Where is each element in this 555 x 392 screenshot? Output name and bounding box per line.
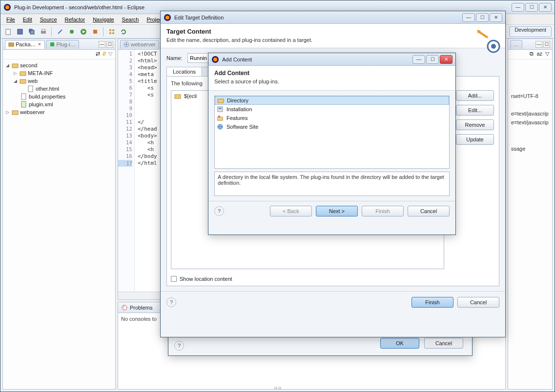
svg-line-8 bbox=[58, 30, 62, 34]
dialog-heading: Target Content bbox=[166, 28, 499, 35]
svg-rect-17 bbox=[9, 43, 14, 46]
editor-tab-webserver[interactable]: webserver bbox=[120, 40, 159, 49]
menu-icon[interactable]: ▽ bbox=[108, 51, 112, 58]
tree-plugin-xml[interactable]: plugin.xml bbox=[5, 100, 113, 108]
cancel-button[interactable]: Cancel bbox=[408, 206, 450, 216]
help-icon[interactable]: ? bbox=[214, 206, 224, 216]
perspective-button[interactable]: Development bbox=[509, 26, 552, 37]
refresh-icon[interactable] bbox=[119, 27, 128, 37]
update-button[interactable]: Update bbox=[456, 134, 494, 145]
wizard-subheading: Select a source of plug-ins. bbox=[214, 78, 450, 84]
dialog-maximize-button[interactable]: ☐ bbox=[426, 55, 439, 64]
editor-tab-label: webserver bbox=[131, 41, 156, 47]
extrun-icon[interactable] bbox=[90, 27, 100, 37]
minimize-view-button[interactable]: — bbox=[99, 41, 105, 48]
option-directory[interactable]: Directory bbox=[215, 96, 449, 105]
collapse-icon[interactable]: ⇄ bbox=[96, 51, 100, 58]
svg-point-1 bbox=[5, 5, 9, 9]
eclipse-icon bbox=[164, 14, 171, 21]
dialog-close-button[interactable]: ✕ bbox=[440, 55, 452, 64]
edit-button[interactable]: Edit... bbox=[456, 105, 494, 116]
outline-text: e=text/javascrip bbox=[511, 109, 549, 118]
menu-icon[interactable]: ▽ bbox=[545, 51, 549, 58]
svg-rect-40 bbox=[219, 108, 222, 109]
svg-rect-12 bbox=[93, 30, 97, 34]
maximize-button[interactable]: ☐ bbox=[525, 3, 538, 12]
close-icon[interactable]: ✕ bbox=[38, 42, 41, 47]
menu-source[interactable]: Source bbox=[37, 16, 60, 23]
tree-project-second[interactable]: ◢second bbox=[5, 61, 113, 69]
tree-label: web bbox=[28, 78, 38, 84]
ok-button[interactable]: OK bbox=[380, 338, 419, 349]
plugins-tab[interactable]: Plug-i… bbox=[46, 40, 79, 49]
save-icon[interactable] bbox=[15, 27, 25, 37]
dialog-minimize-button[interactable]: — bbox=[412, 55, 425, 64]
debug-icon[interactable] bbox=[67, 27, 77, 37]
menu-file[interactable]: File bbox=[3, 16, 18, 23]
finish-button[interactable]: Finish bbox=[411, 297, 453, 308]
option-label: Directory bbox=[227, 98, 248, 103]
maximize-view-button[interactable]: ☐ bbox=[543, 41, 550, 48]
tree-label: plugin.xml bbox=[29, 101, 53, 107]
menu-refactor[interactable]: Refactor bbox=[62, 16, 88, 23]
minimize-button[interactable]: — bbox=[512, 3, 524, 12]
svg-rect-19 bbox=[12, 64, 18, 68]
new-icon[interactable] bbox=[3, 27, 13, 37]
location-item: ${ecli bbox=[184, 93, 197, 99]
menu-search[interactable]: Search bbox=[119, 16, 142, 23]
tree-metainf[interactable]: ▷META-INF bbox=[5, 69, 113, 77]
outline-tab[interactable]: … bbox=[510, 40, 522, 49]
grid-icon[interactable] bbox=[107, 27, 117, 37]
cancel-button[interactable]: Cancel bbox=[424, 338, 463, 349]
dialog-titlebar: Add Content — ☐ ✕ bbox=[208, 53, 455, 66]
source-listbox[interactable]: Directory Installation Features Software… bbox=[214, 96, 450, 169]
problems-icon: ! bbox=[121, 304, 128, 311]
svg-rect-24 bbox=[21, 101, 26, 107]
sort-icon[interactable]: az bbox=[536, 51, 542, 58]
maximize-view-button[interactable]: ☐ bbox=[106, 41, 113, 48]
outline-text: rset=UTF-8 bbox=[511, 92, 549, 100]
tree-other-html[interactable]: other.html bbox=[5, 85, 113, 93]
outline-icon[interactable]: ⧉ bbox=[530, 51, 534, 58]
tree-project-webserver[interactable]: ▷webserver bbox=[5, 108, 113, 116]
saveall-icon[interactable] bbox=[27, 27, 37, 37]
tree-build-props[interactable]: build.properties bbox=[5, 93, 113, 100]
finish-button[interactable]: Finish bbox=[362, 206, 404, 216]
svg-point-27 bbox=[125, 43, 127, 45]
close-button[interactable]: ✕ bbox=[539, 3, 552, 12]
back-button[interactable]: < Back bbox=[270, 206, 312, 216]
package-tab[interactable]: Packa…✕ bbox=[5, 40, 45, 49]
next-button[interactable]: Next > bbox=[316, 206, 358, 216]
option-description: A directory in the local file system. Th… bbox=[214, 172, 450, 196]
option-software-site[interactable]: Software Site bbox=[215, 122, 449, 131]
menu-edit[interactable]: Edit bbox=[20, 16, 35, 23]
tree-web[interactable]: ◢web bbox=[5, 77, 113, 85]
wand-icon[interactable] bbox=[55, 27, 65, 37]
code-text: <!DOCT <html> <head> <meta <title <s <s … bbox=[138, 51, 157, 167]
dialog-titlebar: Edit Target Definition — ☐ ✕ bbox=[161, 11, 505, 24]
problems-tab[interactable]: Problems bbox=[130, 305, 152, 311]
status-drag-handle[interactable]: ⠶⠶ bbox=[0, 384, 555, 392]
link-icon[interactable]: ⇵ bbox=[102, 51, 106, 58]
help-icon[interactable]: ? bbox=[166, 297, 176, 307]
dialog-maximize-button[interactable]: ☐ bbox=[476, 13, 489, 22]
dialog-close-button[interactable]: ✕ bbox=[490, 13, 502, 22]
print-icon[interactable] bbox=[39, 27, 48, 37]
remove-button[interactable]: Remove bbox=[456, 119, 494, 130]
window-title: Plug-in Development - second/web/other.h… bbox=[14, 4, 512, 10]
option-features[interactable]: Features bbox=[215, 114, 449, 122]
menu-navigate[interactable]: Navigate bbox=[90, 16, 117, 23]
add-button[interactable]: Add... bbox=[456, 90, 494, 101]
name-label: Name: bbox=[166, 55, 186, 61]
dialog-minimize-button[interactable]: — bbox=[462, 13, 475, 22]
tab-locations[interactable]: Locations bbox=[166, 67, 202, 76]
eclipse-icon bbox=[3, 3, 11, 11]
show-location-checkbox[interactable] bbox=[171, 276, 177, 282]
minimize-view-button[interactable]: — bbox=[535, 41, 542, 48]
svg-point-33 bbox=[491, 44, 496, 49]
separator-icon bbox=[103, 27, 104, 37]
line-gutter: 1234567891011121314151617 bbox=[118, 50, 135, 299]
option-installation[interactable]: Installation bbox=[215, 105, 449, 114]
run-icon[interactable] bbox=[79, 27, 88, 37]
cancel-button[interactable]: Cancel bbox=[457, 297, 499, 308]
